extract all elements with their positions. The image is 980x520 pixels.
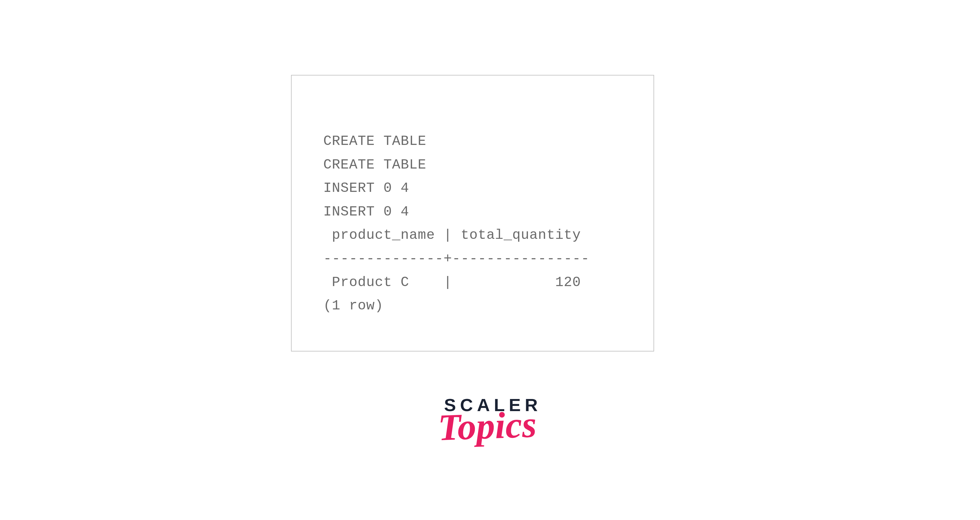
terminal-output-text: CREATE TABLE CREATE TABLE INSERT 0 4 INS… <box>323 130 636 318</box>
page-root: CREATE TABLE CREATE TABLE INSERT 0 4 INS… <box>0 0 980 520</box>
terminal-output-box: CREATE TABLE CREATE TABLE INSERT 0 4 INS… <box>291 75 654 351</box>
brand-logo: SCALER Topics <box>438 395 542 445</box>
brand-word-topics: Topics <box>435 406 539 446</box>
